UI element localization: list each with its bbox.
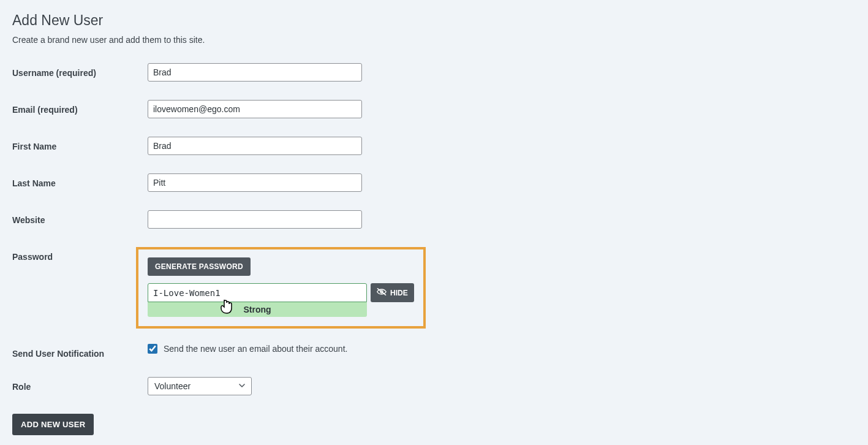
first-name-label: First Name [12,137,148,151]
last-name-input[interactable] [148,173,362,192]
send-notification-label: Send User Notification [12,344,148,359]
send-notification-text: Send the new user an email about their a… [164,344,347,354]
first-name-input[interactable] [148,137,362,155]
username-input[interactable] [148,63,362,82]
website-input[interactable] [148,210,362,229]
website-label: Website [12,210,148,225]
hide-password-button[interactable]: HIDE [371,283,414,302]
username-label: Username (required) [12,63,148,78]
email-label: Email (required) [12,100,148,115]
eye-slash-icon [377,287,387,298]
email-input[interactable] [148,100,362,118]
role-label: Role [12,377,148,392]
last-name-label: Last Name [12,173,148,188]
role-select[interactable]: Volunteer [148,377,252,395]
generate-password-button[interactable]: GENERATE PASSWORD [148,257,251,276]
page-title: Add New User [12,12,856,29]
password-label: Password [12,247,148,262]
password-input[interactable] [148,283,367,302]
password-highlight-box: GENERATE PASSWORD Strong HIDE [136,247,426,329]
add-new-user-button[interactable]: ADD NEW USER [12,414,94,435]
password-strength-indicator: Strong [148,302,367,317]
hide-button-label: HIDE [390,289,408,297]
send-notification-checkbox[interactable] [148,344,157,354]
page-subtitle: Create a brand new user and add them to … [12,35,856,45]
